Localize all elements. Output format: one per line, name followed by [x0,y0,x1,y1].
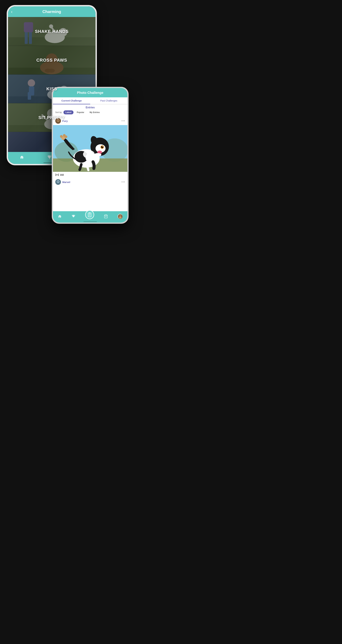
trophy-tab-front[interactable] [72,214,76,218]
svg-rect-62 [56,174,58,175]
svg-rect-3 [29,30,32,44]
sort-label: Sort by: [55,111,62,114]
svg-point-57 [83,150,95,158]
clipboard-tab-front[interactable] [85,210,94,219]
entry-marvel: Marvel ••• [53,178,128,186]
item-label: SHAKE HANDS [35,29,69,34]
home-indicator-front [84,222,97,222]
sort-row: Sort by: Latest Popular My Entries [55,110,125,114]
svg-point-52 [60,135,62,138]
marvel-more-button[interactable]: ••• [122,180,125,184]
entries-title: Entries [55,106,125,109]
likes-count: 102 [60,174,64,176]
svg-rect-2 [25,30,28,44]
svg-point-17 [28,79,35,87]
marvel-avatar [55,179,61,185]
item-label: KISS [46,86,57,92]
svg-point-14 [48,68,55,73]
svg-point-35 [58,120,58,121]
fury-more-button[interactable]: ••• [122,119,125,123]
item-label: CROSS PAWS [36,58,67,63]
sort-popular-button[interactable]: Popular [75,110,86,114]
svg-point-36 [58,120,59,121]
svg-rect-4 [24,22,33,32]
home-tab[interactable] [20,155,24,160]
svg-point-54 [65,136,67,138]
svg-point-68 [58,181,59,182]
tab-past-challenges[interactable]: Past Challenges [90,97,128,104]
svg-point-37 [58,121,58,122]
challenge-title: Photo Challenge [77,91,103,95]
list-item[interactable]: SHAKE HANDS [8,17,96,46]
svg-rect-19 [28,92,31,100]
back-button[interactable]: ‹ [11,9,12,14]
trophy-tab[interactable] [48,155,52,160]
shop-tab-front[interactable] [104,214,108,218]
home-tab-front[interactable] [58,214,62,218]
svg-point-67 [58,181,58,182]
svg-point-79 [119,217,122,218]
likes-row: 102 [53,172,128,178]
svg-point-78 [120,216,121,216]
svg-point-8 [49,24,53,28]
front-phone: Photo Challenge Current Challenge Past C… [52,87,128,224]
svg-point-49 [102,146,103,147]
svg-rect-70 [88,213,91,217]
front-tabbar [53,211,128,222]
charming-header: ‹ Charming [8,6,96,17]
svg-point-56 [94,153,101,156]
charming-title: Charming [42,9,61,14]
challenge-header: Photo Challenge [53,88,128,97]
item-label: SIT PRETTY [38,115,65,120]
entry-marvel-left: Marvel [55,179,70,185]
sort-latest-button[interactable]: Latest [64,110,73,114]
challenge-tabs: Current Challenge Past Challenges [53,97,128,104]
bone-icon [55,174,59,176]
dog-photo [53,125,128,172]
list-item[interactable]: CROSS PAWS [8,46,96,74]
tab-current-challenge[interactable]: Current Challenge [53,97,90,104]
svg-point-77 [120,216,120,216]
marvel-name: Marvel [62,181,70,184]
sort-myentries-button[interactable]: My Entries [88,110,102,114]
profile-tab-front[interactable] [118,214,122,219]
